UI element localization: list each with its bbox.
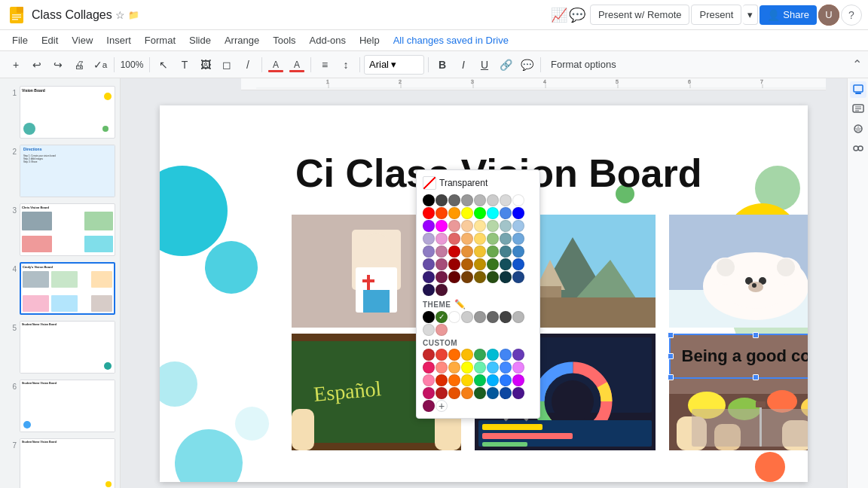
custom-color-13[interactable]: [500, 361, 512, 374]
std-color-22[interactable]: [500, 220, 512, 232]
std-color-33[interactable]: [436, 246, 448, 258]
std-color-52[interactable]: [474, 271, 486, 283]
transparent-option[interactable]: Transparent: [423, 176, 533, 190]
theme-color-0[interactable]: [423, 311, 435, 323]
tb-text-color-button[interactable]: A: [287, 55, 307, 75]
custom-color-15[interactable]: [423, 374, 435, 386]
custom-color-17[interactable]: [448, 374, 460, 386]
custom-color-31[interactable]: [423, 400, 435, 412]
std-color-23[interactable]: [512, 220, 524, 232]
std-color-16[interactable]: [423, 220, 435, 232]
menu-addons[interactable]: Add-ons: [304, 33, 352, 47]
std-color-32[interactable]: [423, 246, 435, 258]
std-color-36[interactable]: [474, 246, 486, 258]
tb-add-button[interactable]: +: [6, 55, 26, 75]
avatar[interactable]: U: [818, 5, 839, 26]
share-button[interactable]: 👤 Share: [760, 5, 817, 25]
img-placeholder-3[interactable]: [669, 215, 808, 328]
std-color-57[interactable]: [436, 284, 448, 296]
std-color-30[interactable]: [500, 233, 512, 245]
slide-preview-1[interactable]: Vision Board: [20, 86, 115, 139]
tb-underline-button[interactable]: U: [475, 55, 494, 75]
std-color-12[interactable]: [474, 207, 486, 219]
tb-print-button[interactable]: 🖨: [69, 55, 89, 75]
tb-bold-button[interactable]: B: [432, 55, 452, 75]
tb-undo-button[interactable]: ↩: [27, 55, 47, 75]
color-picker-popup[interactable]: Transparent THEME ✏️ ✓ CUSTOM +: [416, 169, 540, 419]
tb-shapes-button[interactable]: ◻: [217, 55, 237, 75]
doc-title[interactable]: Class Collages: [32, 8, 112, 22]
std-color-7[interactable]: [512, 194, 524, 206]
slide-preview-5[interactable]: Student Name Vision Board: [20, 321, 115, 374]
selected-text-box[interactable]: Being a good cook: [669, 334, 808, 379]
std-color-31[interactable]: [512, 233, 524, 245]
custom-color-extra[interactable]: [423, 349, 435, 361]
std-color-49[interactable]: [436, 271, 448, 283]
menu-edit[interactable]: Edit: [35, 33, 64, 47]
star-icon[interactable]: ☆: [115, 9, 125, 21]
tb-image-button[interactable]: 🖼: [196, 55, 215, 75]
app-logo[interactable]: [6, 5, 27, 26]
tb-textbox-button[interactable]: T: [175, 55, 194, 75]
std-color-5[interactable]: [487, 194, 499, 206]
custom-colors-grid[interactable]: +: [423, 349, 533, 412]
custom-color-26[interactable]: [461, 387, 473, 399]
std-color-17[interactable]: [436, 220, 448, 232]
activity-icon[interactable]: 📈: [551, 7, 567, 23]
std-color-2[interactable]: [448, 194, 460, 206]
custom-color-0[interactable]: [436, 349, 448, 361]
tb-line-button[interactable]: /: [238, 55, 258, 75]
custom-color-6[interactable]: [512, 349, 524, 361]
theme-color-6[interactable]: [500, 311, 512, 323]
std-color-20[interactable]: [474, 220, 486, 232]
tb-zoom-button[interactable]: 100%: [118, 55, 145, 75]
std-color-26[interactable]: [448, 233, 460, 245]
custom-color-7[interactable]: [423, 361, 435, 374]
custom-color-21[interactable]: [500, 374, 512, 386]
custom-color-11[interactable]: [474, 361, 486, 374]
rp-speaker-icon[interactable]: [850, 101, 866, 117]
tb-fill-color-button[interactable]: A: [266, 55, 286, 75]
std-color-53[interactable]: [487, 271, 499, 283]
custom-color-20[interactable]: [487, 374, 499, 386]
std-color-24[interactable]: [423, 233, 435, 245]
comment-icon[interactable]: 💬: [569, 7, 585, 23]
theme-edit-icon[interactable]: ✏️: [454, 299, 466, 310]
custom-color-30[interactable]: [512, 387, 524, 399]
slide-thumb-7[interactable]: 7 Student Name Vision Board: [3, 437, 117, 488]
std-color-48[interactable]: [423, 271, 435, 283]
present-button[interactable]: Present: [691, 5, 741, 25]
rp-slides-icon[interactable]: [850, 81, 866, 98]
std-color-51[interactable]: [461, 271, 473, 283]
slide-thumb-6[interactable]: 6 Student Name Vision Board: [3, 378, 117, 434]
std-color-3[interactable]: [461, 194, 473, 206]
menu-file[interactable]: File: [6, 33, 34, 47]
menu-view[interactable]: View: [66, 33, 99, 47]
tb-border-button[interactable]: ≡: [315, 55, 335, 75]
rp-theme-icon[interactable]: [850, 120, 866, 137]
custom-color-29[interactable]: [500, 387, 512, 399]
tb-cursor-button[interactable]: ↖: [154, 55, 173, 75]
tb-italic-button[interactable]: I: [454, 55, 473, 75]
theme-color-7[interactable]: [512, 311, 524, 323]
custom-color-4[interactable]: [487, 349, 499, 361]
std-color-44[interactable]: [474, 258, 486, 270]
canvas-area[interactable]: 1 2 3 4 5 6 7 8: [121, 78, 847, 488]
slide-thumb-5[interactable]: 5 Student Name Vision Board: [3, 319, 117, 375]
std-color-13[interactable]: [487, 207, 499, 219]
custom-color-25[interactable]: [448, 387, 460, 399]
std-color-21[interactable]: [487, 220, 499, 232]
custom-color-12[interactable]: [487, 361, 499, 374]
tb-comment-button[interactable]: 💬: [517, 55, 536, 75]
theme-color-2[interactable]: [448, 311, 460, 323]
custom-color-19[interactable]: [474, 374, 486, 386]
custom-color-22[interactable]: [512, 374, 524, 386]
tb-expand-icon[interactable]: ⌃: [852, 57, 862, 72]
std-color-6[interactable]: [500, 194, 512, 206]
custom-color-28[interactable]: [487, 387, 499, 399]
std-color-56[interactable]: [423, 284, 435, 296]
menu-insert[interactable]: Insert: [100, 33, 137, 47]
slide-preview-2[interactable]: Directions Step 1: Create your vision bo…: [20, 145, 115, 197]
tb-spellcheck-button[interactable]: ✓a: [90, 55, 110, 75]
std-color-42[interactable]: [448, 258, 460, 270]
